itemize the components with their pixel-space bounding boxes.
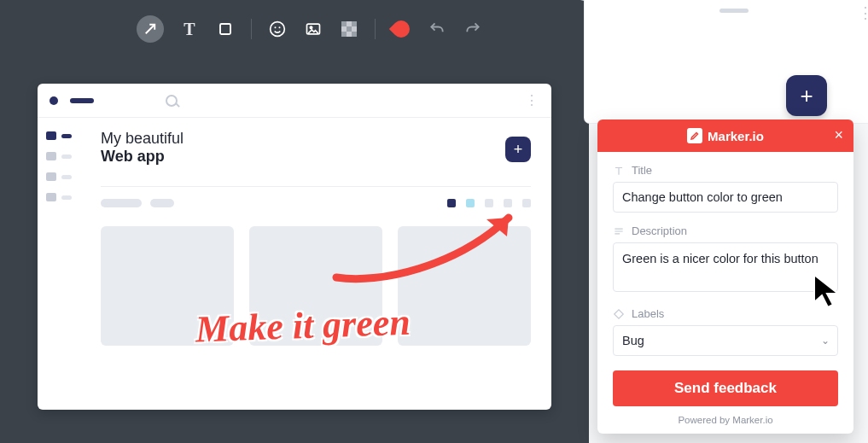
tool-blur[interactable] [339, 19, 359, 39]
mockapp-logo-dot [50, 96, 58, 105]
svg-point-6 [310, 26, 312, 28]
svg-point-4 [279, 26, 281, 28]
marker-icon [687, 128, 702, 143]
title-input[interactable] [613, 182, 838, 213]
description-label: Description [632, 224, 687, 237]
search-icon [166, 95, 178, 107]
svg-rect-11 [347, 26, 352, 32]
panel-header: Marker.io × [597, 119, 853, 152]
description-icon [613, 225, 625, 237]
title-label: Title [632, 164, 652, 177]
screenshot-canvas: ⋮ My beautiful Web app [38, 84, 551, 410]
annotation-editor: T ⋮ [0, 0, 589, 443]
tool-color-picker[interactable] [391, 19, 411, 39]
tool-text[interactable]: T [179, 19, 200, 39]
annotation-text: Make it green [195, 300, 411, 352]
editor-toolbar: T [0, 0, 589, 58]
tool-emoji[interactable] [267, 19, 288, 39]
tool-redo[interactable] [463, 19, 483, 39]
panel-footer: Powered by Marker.io [597, 406, 853, 434]
mockapp-body: My beautiful Web app [38, 118, 551, 410]
svg-rect-1 [220, 24, 230, 34]
mockapp-title-line1: My beautiful [101, 130, 531, 148]
target-add-button: + [505, 137, 531, 162]
svg-line-0 [146, 25, 155, 34]
brand-logo: Marker.io [687, 128, 764, 143]
svg-rect-8 [347, 21, 352, 26]
labels-select[interactable]: Bug [613, 325, 838, 356]
close-icon[interactable]: × [834, 126, 843, 144]
brand-name: Marker.io [708, 129, 764, 143]
drag-handle-icon [719, 9, 749, 13]
toolbar-separator [375, 19, 376, 39]
mockapp-sidebar [38, 118, 80, 410]
svg-rect-13 [341, 32, 347, 37]
mockapp-main: My beautiful Web app [80, 118, 551, 410]
tool-undo[interactable] [427, 19, 447, 39]
text-icon [613, 165, 625, 177]
mockapp-header: ⋮ [38, 84, 551, 118]
field-title: Title [613, 164, 838, 213]
field-description: Description [613, 224, 838, 295]
svg-rect-15 [352, 32, 357, 37]
kebab-icon[interactable]: ⋮ [858, 3, 868, 22]
svg-rect-12 [352, 26, 357, 32]
kebab-icon: ⋮ [525, 92, 539, 108]
svg-rect-7 [341, 21, 347, 26]
svg-rect-14 [347, 32, 352, 37]
chevron-down-icon: ⌄ [821, 335, 830, 347]
svg-rect-10 [341, 26, 347, 32]
mockapp-logo-bar [70, 98, 94, 103]
svg-point-2 [271, 22, 285, 37]
tag-icon [613, 308, 625, 320]
svg-rect-9 [352, 21, 357, 26]
svg-point-3 [275, 26, 277, 28]
mockapp-card [398, 226, 531, 346]
color-drop-icon [389, 17, 413, 41]
description-input[interactable] [613, 242, 838, 292]
field-labels: Labels Bug ⌄ [613, 307, 838, 356]
labels-label: Labels [632, 307, 664, 320]
send-feedback-button[interactable]: Send feedback [613, 370, 838, 406]
floating-add-button[interactable]: + [786, 75, 827, 116]
tool-arrow[interactable] [137, 15, 164, 43]
feedback-panel: Marker.io × Title Description Labels [597, 119, 853, 434]
toolbar-separator [251, 19, 252, 39]
tool-rectangle[interactable] [215, 19, 236, 39]
mockapp-title-line2: Web app [101, 148, 531, 166]
tool-image[interactable] [303, 19, 323, 39]
